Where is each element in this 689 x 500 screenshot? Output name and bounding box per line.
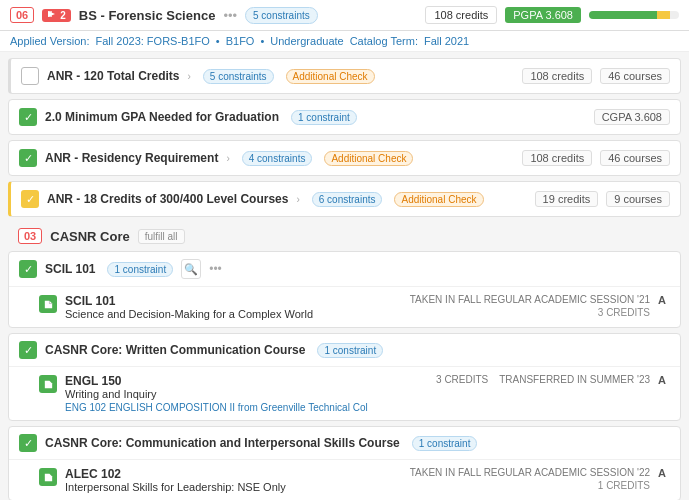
credits-scil: 3 CREDITS <box>410 307 650 318</box>
scil101-constraints[interactable]: 1 constraint <box>107 262 173 277</box>
credits-alec: 1 CREDITS <box>410 480 650 491</box>
main-content: ANR - 120 Total Credits › 5 constraints … <box>0 52 689 500</box>
check-green-alec: ✓ <box>19 434 37 452</box>
interpersonal-header: ✓ CASNR Core: Communication and Interper… <box>9 427 680 460</box>
check-green-gpa: ✓ <box>19 108 37 126</box>
check-green-engl: ✓ <box>19 341 37 359</box>
scil101-course-row: SCIL 101 Science and Decision-Making for… <box>9 287 680 327</box>
stat-19-credits: 19 credits <box>535 191 599 207</box>
anr-total-row[interactable]: ANR - 120 Total Credits › 5 constraints … <box>8 58 681 94</box>
badge-06: 06 <box>10 7 34 23</box>
grade-scil: A <box>658 294 666 306</box>
check-empty <box>21 67 39 85</box>
alec102-course-row: ALEC 102 Interpersonal Skills for Leader… <box>9 460 680 500</box>
catalog-term: Fall 2021 <box>424 35 469 47</box>
section-num: 03 <box>18 228 42 244</box>
additional-check-cred[interactable]: Additional Check <box>394 192 483 207</box>
section-name: CASNR Core <box>50 229 129 244</box>
undergrad-link: Undergraduate <box>270 35 343 47</box>
course-icon-engl <box>39 375 57 393</box>
constraints-6[interactable]: 6 constraints <box>312 192 383 207</box>
anr-credits-title: ANR - 18 Credits of 300/400 Level Course… <box>47 192 288 206</box>
written-comm-header: ✓ CASNR Core: Written Communication Cour… <box>9 334 680 367</box>
grade-alec: A <box>658 467 666 479</box>
check-green-res: ✓ <box>19 149 37 167</box>
progress-green <box>589 11 657 19</box>
b1fo-link: B1FO <box>226 35 255 47</box>
search-icon[interactable]: 🔍 <box>181 259 201 279</box>
course-desc-alec: Interpersonal Skills for Leadership: NSE… <box>65 481 286 493</box>
scil101-header: ✓ SCIL 101 1 constraint 🔍 ••• <box>9 252 680 287</box>
anr-gpa-row[interactable]: ✓ 2.0 Minimum GPA Needed for Graduation … <box>8 99 681 135</box>
check-green-scil: ✓ <box>19 260 37 278</box>
engl150-course-row: ENGL 150 Writing and Inquiry ENG 102 ENG… <box>9 367 680 420</box>
dots-menu[interactable]: ••• <box>223 8 237 23</box>
constraints-badge[interactable]: 5 constraints <box>245 7 318 24</box>
stat-9-courses: 9 courses <box>606 191 670 207</box>
fulfill-badge: fulfill all <box>138 229 185 244</box>
written-comm-constraints[interactable]: 1 constraint <box>317 343 383 358</box>
badge-flag: 2 <box>42 9 71 22</box>
course-right-scil: TAKEN IN FALL REGULAR ACADEMIC SESSION '… <box>410 294 666 318</box>
interpersonal-subsection: ✓ CASNR Core: Communication and Interper… <box>8 426 681 500</box>
stat-res-courses: 46 courses <box>600 150 670 166</box>
interpersonal-title: CASNR Core: Communication and Interperso… <box>45 436 400 450</box>
applied-label: Applied Version: <box>10 35 90 47</box>
degree-title: BS - Forensic Science <box>79 8 216 23</box>
stat-46-courses: 46 courses <box>600 68 670 84</box>
written-comm-subsection: ✓ CASNR Core: Written Communication Cour… <box>8 333 681 421</box>
course-sub-engl: ENG 102 ENGLISH COMPOSITION II from Gree… <box>65 402 368 413</box>
catalog-label: Catalog Term: <box>350 35 418 47</box>
course-code-alec: ALEC 102 <box>65 467 286 481</box>
course-right-engl: 3 CREDITS TRANSFERRED IN SUMMER '23 A <box>436 374 666 386</box>
session-scil: TAKEN IN FALL REGULAR ACADEMIC SESSION '… <box>410 294 650 305</box>
session-engl: 3 CREDITS TRANSFERRED IN SUMMER '23 <box>436 374 650 385</box>
sub-bar: Applied Version: Fall 2023: FORS-B1FO • … <box>0 31 689 52</box>
course-desc-engl: Writing and Inquiry <box>65 388 368 400</box>
casnr-section-header: 03 CASNR Core fulfill all <box>8 222 681 247</box>
course-desc-scil: Science and Decision-Making for a Comple… <box>65 308 313 320</box>
progress-bar <box>589 11 679 19</box>
credits-total: 108 credits <box>425 6 497 24</box>
anr-credits-row[interactable]: ✓ ANR - 18 Credits of 300/400 Level Cour… <box>8 181 681 217</box>
course-code-scil: SCIL 101 <box>65 294 313 308</box>
stat-108-credits: 108 credits <box>522 68 592 84</box>
anr-residency-row[interactable]: ✓ ANR - Residency Requirement › 4 constr… <box>8 140 681 176</box>
arrow-icon-cred: › <box>296 194 299 205</box>
anr-total-title: ANR - 120 Total Credits <box>47 69 179 83</box>
applied-version: Fall 2023: FORS-B1FO <box>96 35 210 47</box>
course-code-engl: ENGL 150 <box>65 374 368 388</box>
interpersonal-constraints[interactable]: 1 constraint <box>412 436 478 451</box>
course-right-alec: TAKEN IN FALL REGULAR ACADEMIC SESSION '… <box>410 467 666 491</box>
course-icon-alec <box>39 468 57 486</box>
anr-residency-title: ANR - Residency Requirement <box>45 151 218 165</box>
check-warn: ✓ <box>21 190 39 208</box>
anr-gpa-title: 2.0 Minimum GPA Needed for Graduation <box>45 110 279 124</box>
additional-check-1[interactable]: Additional Check <box>286 69 375 84</box>
top-bar: 06 2 BS - Forensic Science ••• 5 constra… <box>0 0 689 31</box>
stat-res-credits: 108 credits <box>522 150 592 166</box>
session-alec: TAKEN IN FALL REGULAR ACADEMIC SESSION '… <box>410 467 650 478</box>
progress-yellow <box>657 11 671 19</box>
stat-cgpa: CGPA 3.608 <box>594 109 670 125</box>
arrow-icon: › <box>187 71 190 82</box>
course-icon-scil <box>39 295 57 313</box>
scil101-subsection: ✓ SCIL 101 1 constraint 🔍 ••• SCIL 101 S… <box>8 251 681 328</box>
scil101-dots[interactable]: ••• <box>209 262 222 276</box>
scil101-title: SCIL 101 <box>45 262 95 276</box>
constraints-5[interactable]: 5 constraints <box>203 69 274 84</box>
additional-check-res[interactable]: Additional Check <box>324 151 413 166</box>
grade-engl: A <box>658 374 666 386</box>
written-comm-title: CASNR Core: Written Communication Course <box>45 343 305 357</box>
gpa-badge: PGPA 3.608 <box>505 7 581 23</box>
constraints-4[interactable]: 4 constraints <box>242 151 313 166</box>
arrow-icon-res: › <box>226 153 229 164</box>
constraints-1[interactable]: 1 constraint <box>291 110 357 125</box>
